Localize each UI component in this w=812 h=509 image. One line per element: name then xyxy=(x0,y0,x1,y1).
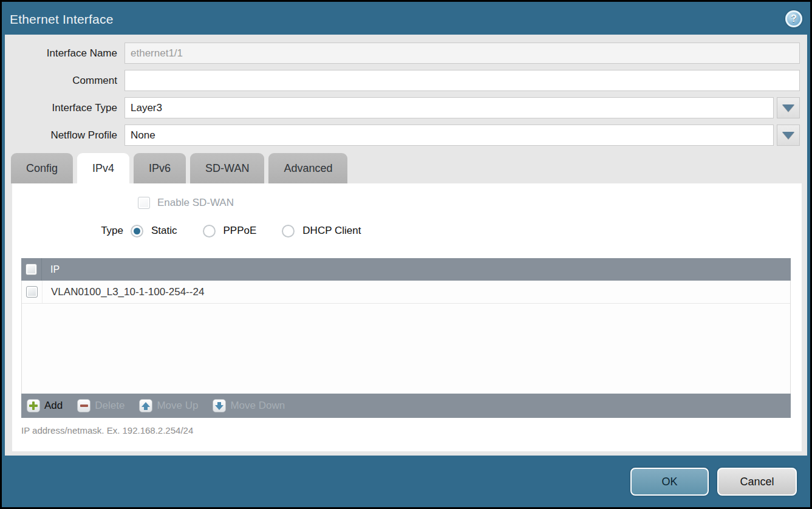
radio-dhcp-client-label: DHCP Client xyxy=(302,225,361,237)
tab-ipv6[interactable]: IPv6 xyxy=(134,153,186,183)
move-up-button: Move Up xyxy=(139,399,198,412)
tab-sdwan[interactable]: SD-WAN xyxy=(190,153,264,183)
add-button-label: Add xyxy=(44,400,63,412)
row-checkbox[interactable] xyxy=(26,286,38,298)
dialog-window: Ethernet Interface ? Interface Name Comm… xyxy=(2,2,810,507)
add-button[interactable]: Add xyxy=(27,399,63,412)
cancel-button[interactable]: Cancel xyxy=(717,468,797,496)
radio-pppoe-label: PPPoE xyxy=(223,225,257,237)
delete-button-label: Delete xyxy=(95,400,125,412)
radio-option-dhcp-client: DHCP Client xyxy=(282,225,361,237)
ip-table-body: VLAN0100_L3_10-1-100-254--24 xyxy=(21,281,791,394)
ip-format-hint: IP address/netmask. Ex. 192.168.2.254/24 xyxy=(21,425,193,436)
interface-name-label: Interface Name xyxy=(5,47,125,60)
delete-button: Delete xyxy=(77,399,125,412)
move-down-button: Move Down xyxy=(213,399,285,412)
radio-option-static: Static xyxy=(131,225,177,237)
arrow-up-icon xyxy=(139,399,152,412)
comment-input[interactable] xyxy=(125,70,800,91)
ip-column-header: IP xyxy=(42,264,60,275)
arrow-down-icon xyxy=(213,399,226,412)
minus-icon xyxy=(77,399,90,412)
interface-type-label: Interface Type xyxy=(5,102,125,114)
header-checkbox-cell xyxy=(21,258,42,281)
radio-dhcp-client[interactable] xyxy=(282,225,295,237)
interface-type-row: Interface Type xyxy=(5,97,807,118)
select-all-checkbox[interactable] xyxy=(26,264,37,275)
netflow-profile-dropdown-button[interactable] xyxy=(777,125,800,146)
radio-pppoe[interactable] xyxy=(203,225,216,237)
form: Interface Name Comment Interface Type xyxy=(5,43,807,152)
dialog-titlebar: Ethernet Interface ? xyxy=(2,2,810,35)
type-radio-group: Type Static PPPoE DHCP Client xyxy=(12,222,802,239)
type-label: Type xyxy=(12,225,131,237)
help-icon-glyph: ? xyxy=(791,13,797,24)
interface-name-row: Interface Name xyxy=(5,43,807,64)
ok-button[interactable]: OK xyxy=(630,468,709,496)
move-up-button-label: Move Up xyxy=(157,400,198,412)
move-down-button-label: Move Down xyxy=(230,400,285,412)
dialog-body: Interface Name Comment Interface Type xyxy=(5,35,807,456)
chevron-down-icon xyxy=(782,104,794,112)
tab-bar: Config IPv4 IPv6 SD-WAN Advanced xyxy=(11,153,352,183)
interface-name-input xyxy=(125,43,800,64)
row-checkbox-cell xyxy=(22,281,43,303)
dialog-title: Ethernet Interface xyxy=(10,12,114,27)
ip-table-header: IP xyxy=(21,258,791,281)
row-ip-value: VLAN0100_L3_10-1-100-254--24 xyxy=(43,286,204,298)
comment-label: Comment xyxy=(5,75,125,87)
tab-ipv4[interactable]: IPv4 xyxy=(77,153,129,183)
tab-advanced[interactable]: Advanced xyxy=(268,153,347,183)
enable-sdwan-checkbox xyxy=(138,197,150,209)
chevron-down-icon xyxy=(782,132,794,139)
radio-static-label: Static xyxy=(151,225,177,237)
enable-sdwan-row: Enable SD-WAN xyxy=(138,197,234,209)
netflow-profile-label: Netflow Profile xyxy=(5,129,125,142)
ethernet-interface-dialog: Ethernet Interface ? Interface Name Comm… xyxy=(0,0,812,509)
help-icon[interactable]: ? xyxy=(785,10,802,27)
tab-config[interactable]: Config xyxy=(11,153,73,183)
table-row[interactable]: VLAN0100_L3_10-1-100-254--24 xyxy=(22,281,790,304)
netflow-profile-input[interactable] xyxy=(125,125,774,146)
ipv4-tab-panel: Enable SD-WAN Type Static PPPoE DHCP Cli… xyxy=(12,183,802,451)
netflow-profile-row: Netflow Profile xyxy=(5,125,807,146)
plus-icon xyxy=(27,399,40,412)
radio-static[interactable] xyxy=(131,225,143,237)
enable-sdwan-label: Enable SD-WAN xyxy=(157,197,234,209)
interface-type-input[interactable] xyxy=(125,97,774,118)
comment-row: Comment xyxy=(5,70,807,91)
ip-table-toolbar: Add Delete Move Up Move Down xyxy=(21,394,791,418)
ip-table: IP VLAN0100_L3_10-1-100-254--24 xyxy=(21,258,791,418)
radio-option-pppoe: PPPoE xyxy=(203,225,257,237)
interface-type-dropdown-button[interactable] xyxy=(777,97,800,118)
